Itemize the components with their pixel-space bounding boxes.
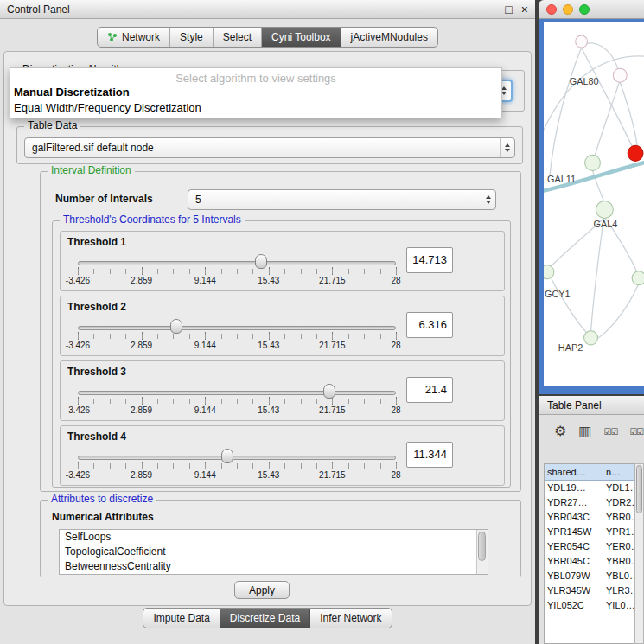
number-of-intervals-value: 5	[195, 194, 201, 206]
zoom-traffic-light[interactable]	[579, 4, 590, 15]
bottom-tab-segment: Impute Data Discretize Data Infer Networ…	[143, 608, 392, 628]
slider-thumb[interactable]	[255, 254, 267, 269]
scale-tick-label: 9.144	[194, 470, 216, 480]
scale-tick-label: 21.715	[319, 405, 346, 415]
network-window-titlebar	[539, 0, 644, 19]
attribute-item[interactable]: SelfLoops	[60, 530, 488, 545]
tab-infer-network[interactable]: Infer Network	[310, 609, 391, 628]
network-canvas[interactable]: GAL80 GAL11 GAL4 GCY1 HAP2	[544, 22, 644, 386]
cell: YLR345W	[545, 583, 603, 598]
scrollbar-thumb[interactable]	[636, 465, 642, 513]
attribute-item[interactable]: TopologicalCoefficient	[60, 545, 488, 559]
table-row[interactable]: YDR27…YDR2…	[545, 495, 634, 510]
table-row[interactable]: YBL079WYBL0…	[545, 569, 634, 583]
network-node[interactable]	[544, 265, 554, 279]
deselect-checkboxes-icon[interactable]: ☑☑	[629, 427, 643, 437]
table-data-group-label: Table Data	[24, 119, 80, 132]
slider-thumb[interactable]	[323, 384, 335, 399]
gear-icon[interactable]: ⚙	[554, 424, 566, 439]
float-window-icon[interactable]: □	[505, 3, 512, 16]
threshold-2-value-field[interactable]: 6.316	[406, 312, 453, 338]
slider-thumb[interactable]	[221, 449, 233, 463]
column-header-name[interactable]: n…	[603, 464, 634, 480]
slider-thumb[interactable]	[170, 319, 182, 334]
slider-track[interactable]	[78, 391, 396, 395]
network-graph[interactable]: GAL80 GAL11 GAL4 GCY1 HAP2	[544, 22, 644, 386]
network-node[interactable]	[576, 35, 588, 48]
threshold-1-slider[interactable]: -3.426 2.859 9.144 15.43 21.715 28	[78, 252, 396, 287]
scrollbar-thumb[interactable]	[478, 532, 486, 561]
slider-track[interactable]	[78, 326, 396, 330]
slider-minor-ticks	[78, 269, 397, 274]
table-row[interactable]: YER054CYER0…	[545, 539, 634, 554]
tab-style[interactable]: Style	[170, 28, 214, 47]
dropdown-placeholder: Select algorithm to view settings	[10, 68, 501, 85]
top-tab-segment: Network Style Select Cyni Toolbox jActiv…	[97, 27, 438, 48]
threshold-3-slider[interactable]: -3.426 2.859 9.144 15.43 21.715 28	[78, 382, 396, 417]
minimize-traffic-light[interactable]	[563, 4, 573, 15]
slider-scale: -3.426 2.859 9.144 15.43 21.715 28	[78, 470, 396, 481]
tab-impute-data[interactable]: Impute Data	[143, 609, 220, 628]
table-panel-toolbar: ⚙ ▥ ☑☑ ☑☑	[554, 424, 643, 439]
close-traffic-light[interactable]	[546, 4, 557, 15]
threshold-2-slider[interactable]: -3.426 2.859 9.144 15.43 21.715 28	[78, 317, 396, 352]
table-data-combobox[interactable]: galFiltered.sif default node	[24, 137, 515, 158]
table-row[interactable]: YPR145WYPR1…	[545, 525, 634, 539]
network-window-frame: GAL80 GAL11 GAL4 GCY1 HAP2	[539, 19, 644, 394]
network-view-window: GAL80 GAL11 GAL4 GCY1 HAP2	[539, 0, 644, 394]
threshold-4-value-field[interactable]: 11.344	[406, 442, 453, 468]
tab-infer-network-label: Infer Network	[320, 612, 381, 624]
table-row[interactable]: YLR345WYLR3…	[545, 583, 634, 598]
apply-button[interactable]: Apply	[234, 581, 290, 599]
threshold-4-slider[interactable]: -3.426 2.859 9.144 15.43 21.715 28	[78, 447, 396, 481]
network-node-label: GAL4	[594, 219, 618, 229]
network-node[interactable]	[584, 331, 598, 345]
interval-definition-group-label: Interval Definition	[48, 164, 135, 177]
tab-discretize-data[interactable]: Discretize Data	[220, 609, 310, 628]
titlebar: Control Panel □ ×	[0, 0, 535, 19]
dropdown-option-equal-width-frequency[interactable]: Equal Width/Frequency Discretization	[10, 100, 501, 116]
slider-track[interactable]	[78, 261, 396, 265]
scale-tick-label: 15.43	[258, 405, 279, 415]
scale-tick-label: 2.859	[131, 341, 152, 350]
dropdown-option-manual-discretization[interactable]: Manual Discretization	[10, 85, 501, 100]
tab-cyni-toolbox[interactable]: Cyni Toolbox	[262, 28, 341, 47]
tab-network[interactable]: Network	[98, 28, 170, 47]
cell: YDL1…	[603, 481, 634, 495]
cell: YBR045C	[545, 554, 603, 569]
slider-track[interactable]	[78, 456, 396, 460]
network-node-selected[interactable]	[628, 145, 643, 161]
cell: YIL052C	[545, 598, 603, 613]
number-of-intervals-combobox[interactable]: 5	[188, 189, 496, 210]
scale-tick-label: 28	[391, 341, 400, 350]
columns-icon[interactable]: ▥	[578, 424, 591, 439]
threshold-1-value-field[interactable]: 14.713	[406, 247, 453, 273]
table-scrollbar[interactable]	[634, 463, 644, 644]
column-header-shared-name[interactable]: shared…	[545, 464, 603, 480]
scale-tick-label: 28	[391, 405, 400, 415]
network-node[interactable]	[632, 271, 644, 285]
slider-minor-ticks	[78, 463, 397, 469]
table-row[interactable]: YBR045CYBR0…	[545, 554, 634, 569]
tab-jactivemnodules[interactable]: jActiveMNodules	[341, 28, 437, 47]
table-row[interactable]: YIL052CYIL0…	[545, 598, 634, 613]
network-node-label: HAP2	[558, 342, 583, 353]
network-node[interactable]	[585, 155, 601, 170]
select-all-checkboxes-icon[interactable]: ☑☑	[603, 427, 617, 437]
cell: YBR0…	[603, 510, 634, 525]
window-buttons: □ ×	[505, 3, 528, 16]
attribute-item[interactable]: BetweennessCentrality	[60, 559, 488, 574]
tab-jactivemnodules-label: jActiveMNodules	[351, 31, 428, 43]
threshold-3-panel: Threshold 3 -3.426 2.859 9.144 15.43 21.…	[60, 360, 505, 421]
scale-tick-label: 15.43	[258, 470, 279, 480]
cell: YDR27…	[545, 495, 603, 510]
threshold-3-value-field[interactable]: 21.4	[406, 377, 453, 403]
close-icon[interactable]: ×	[521, 3, 528, 16]
attributes-list-scrollbar[interactable]	[476, 530, 488, 574]
table-row[interactable]: YBR043CYBR0…	[545, 510, 634, 525]
tab-network-label: Network	[122, 31, 160, 43]
network-node[interactable]	[596, 201, 613, 218]
network-node[interactable]	[613, 68, 627, 82]
table-row[interactable]: YDL19…YDL1…	[545, 481, 634, 495]
tab-select[interactable]: Select	[214, 28, 262, 47]
